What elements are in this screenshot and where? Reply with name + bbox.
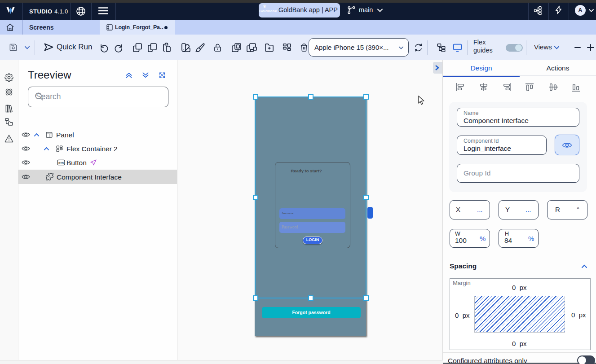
svg-text:BTN: BTN [58, 162, 64, 164]
